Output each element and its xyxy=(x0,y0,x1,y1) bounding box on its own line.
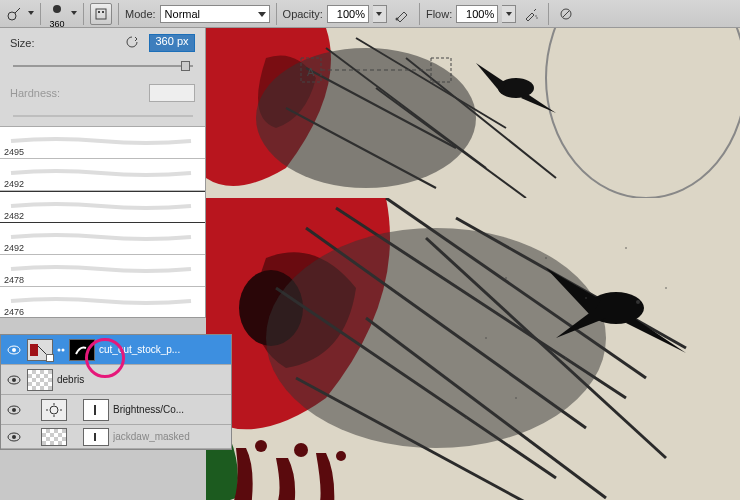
chevron-down-icon[interactable] xyxy=(28,11,34,17)
artwork-top: A xyxy=(206,28,740,198)
svg-point-24 xyxy=(505,277,507,279)
svg-point-7 xyxy=(537,17,538,18)
separator xyxy=(276,3,277,25)
layer-row[interactable]: jackdaw_masked xyxy=(1,425,231,449)
svg-point-6 xyxy=(536,15,537,16)
layers-panel: cut_out_stock_p... debris Brightness/Co.… xyxy=(0,334,232,450)
flow-label: Flow: xyxy=(426,8,452,20)
hardness-label: Hardness: xyxy=(10,87,60,99)
svg-point-31 xyxy=(515,397,517,399)
slider-thumb[interactable] xyxy=(181,61,190,71)
separator xyxy=(548,3,549,25)
svg-point-21 xyxy=(255,440,267,452)
svg-point-18 xyxy=(266,228,606,448)
svg-rect-51 xyxy=(94,433,96,441)
hardness-input[interactable] xyxy=(149,84,195,102)
visibility-eye-icon[interactable] xyxy=(5,371,23,389)
svg-point-25 xyxy=(545,257,547,259)
reset-size-icon[interactable] xyxy=(125,35,141,51)
svg-point-32 xyxy=(465,417,467,419)
layer-name[interactable]: debris xyxy=(57,374,227,385)
layer-name[interactable]: Brightness/Co... xyxy=(113,404,227,415)
brush-options-panel: Size: 360 px Hardness: 2495 2492 2482 24… xyxy=(0,28,206,318)
artwork-bottom xyxy=(206,198,740,500)
flow-flyout-button[interactable] xyxy=(502,5,516,23)
svg-rect-48 xyxy=(94,405,96,415)
opacity-flyout-button[interactable] xyxy=(373,5,387,23)
layer-mask-thumbnail[interactable] xyxy=(83,428,109,446)
brush-preset-item[interactable]: 2478 xyxy=(0,255,205,287)
chevron-down-icon[interactable] xyxy=(71,11,77,17)
svg-point-42 xyxy=(12,408,16,412)
svg-point-22 xyxy=(294,443,308,457)
svg-text:A: A xyxy=(307,66,315,78)
svg-point-20 xyxy=(636,300,640,304)
hardness-slider xyxy=(13,110,193,122)
brush-preset-item[interactable]: 2482 xyxy=(0,191,205,223)
options-bar: 360 Mode: Normal Opacity: 100% Flow: 100… xyxy=(0,0,740,28)
mode-label: Mode: xyxy=(125,8,156,20)
svg-point-27 xyxy=(625,247,627,249)
opacity-label: Opacity: xyxy=(283,8,323,20)
visibility-eye-icon[interactable] xyxy=(5,428,23,446)
brush-size-number: 360 xyxy=(47,19,67,29)
separator xyxy=(419,3,420,25)
svg-point-37 xyxy=(58,348,61,351)
layer-thumbnail[interactable] xyxy=(27,339,53,361)
separator xyxy=(118,3,119,25)
brush-preset-item[interactable]: 2492 xyxy=(0,223,205,255)
svg-point-5 xyxy=(395,17,398,20)
svg-point-50 xyxy=(12,435,16,439)
svg-point-29 xyxy=(485,337,487,339)
svg-rect-36 xyxy=(30,344,38,356)
flow-input[interactable]: 100% xyxy=(456,5,498,23)
brush-preview[interactable]: 360 xyxy=(47,0,67,29)
layer-row[interactable]: Brightness/Co... xyxy=(1,395,231,425)
visibility-eye-icon[interactable] xyxy=(5,341,23,359)
layer-name[interactable]: cut_out_stock_p... xyxy=(99,344,227,355)
separator xyxy=(40,3,41,25)
svg-rect-2 xyxy=(96,9,106,19)
layer-thumbnail[interactable] xyxy=(41,428,67,446)
opacity-input[interactable]: 100% xyxy=(327,5,369,23)
layer-mask-thumbnail[interactable] xyxy=(69,339,95,361)
brush-panel-toggle-button[interactable] xyxy=(90,3,112,25)
brush-preset-list[interactable]: 2495 2492 2482 2492 2478 2476 xyxy=(0,126,205,317)
svg-point-28 xyxy=(665,287,667,289)
blend-mode-dropdown[interactable]: Normal xyxy=(160,5,270,23)
layer-mask-thumbnail[interactable] xyxy=(83,399,109,421)
svg-point-26 xyxy=(585,297,587,299)
brush-preset-item[interactable]: 2495 xyxy=(0,127,205,159)
layer-name[interactable]: jackdaw_masked xyxy=(113,431,227,442)
svg-rect-4 xyxy=(102,11,104,13)
canvas-area[interactable]: A xyxy=(206,28,740,500)
separator xyxy=(83,3,84,25)
svg-point-1 xyxy=(53,5,61,13)
size-input[interactable]: 360 px xyxy=(149,34,195,52)
layer-thumbnail[interactable] xyxy=(27,369,53,391)
airbrush-icon[interactable] xyxy=(520,3,542,25)
size-slider[interactable] xyxy=(13,60,193,72)
svg-point-38 xyxy=(62,348,65,351)
svg-point-30 xyxy=(565,357,567,359)
svg-rect-3 xyxy=(98,11,100,13)
svg-point-11 xyxy=(256,48,476,188)
layer-row[interactable]: cut_out_stock_p... xyxy=(1,335,231,365)
brush-preset-item[interactable]: 2492 xyxy=(0,159,205,191)
tablet-pressure-size-icon[interactable] xyxy=(555,3,577,25)
layer-row[interactable]: debris xyxy=(1,365,231,395)
brush-preset-item[interactable]: 2476 xyxy=(0,287,205,317)
svg-point-43 xyxy=(50,406,58,414)
svg-point-34 xyxy=(12,348,16,352)
size-label: Size: xyxy=(10,37,34,49)
svg-point-0 xyxy=(8,12,16,20)
blend-mode-value: Normal xyxy=(165,8,200,20)
svg-point-40 xyxy=(12,378,16,382)
visibility-eye-icon[interactable] xyxy=(5,401,23,419)
tool-preset-icon[interactable] xyxy=(4,4,24,24)
tablet-pressure-opacity-icon[interactable] xyxy=(391,3,413,25)
svg-point-23 xyxy=(336,451,346,461)
adjustment-layer-icon[interactable] xyxy=(41,399,67,421)
